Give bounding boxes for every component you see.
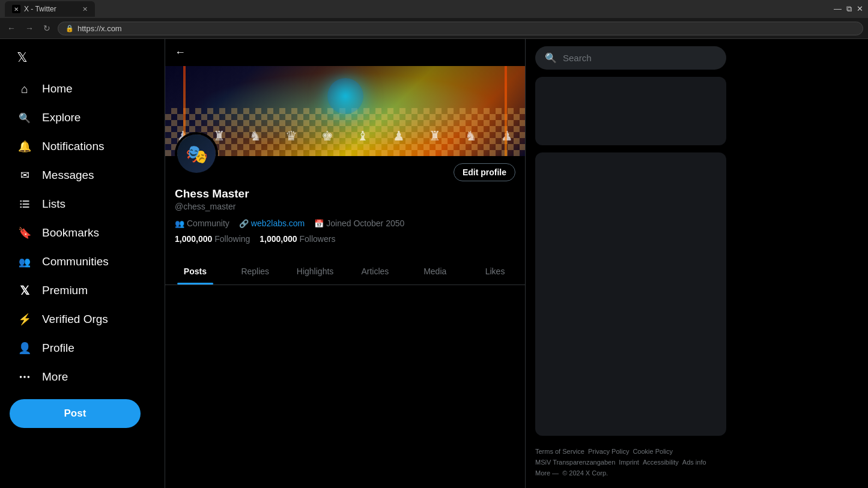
back-button[interactable]: ← (5, 22, 18, 34)
profile-tabs: Posts Replies Highlights Articles Media … (165, 258, 525, 285)
premium-icon: 𝕏 (17, 283, 32, 298)
community-icon: 👥 (175, 219, 184, 228)
profile-name-area: Chess Master @chess_master (175, 187, 515, 211)
tab-likes[interactable]: Likes (465, 258, 525, 285)
footer-cookie[interactable]: Cookie Policy (633, 448, 673, 455)
footer-links: Terms of Service Privacy Policy Cookie P… (535, 443, 726, 481)
right-card-2 (535, 152, 726, 436)
avatar-image: 🎭 (177, 134, 216, 173)
sidebar-label-communities: Communities (42, 255, 109, 268)
center-content: ← ♟♜♞♛♚♝♟♜♞♟ 🎭 Edit profile (165, 39, 526, 488)
svg-point-7 (23, 376, 26, 378)
tab-media[interactable]: Media (405, 258, 465, 285)
followers-stat[interactable]: 1,000,000 Followers (259, 234, 335, 244)
forward-button[interactable]: → (23, 22, 36, 34)
footer-privacy[interactable]: Privacy Policy (588, 448, 629, 455)
bell-icon: 🔔 (17, 139, 32, 154)
minimize-button[interactable]: — (834, 4, 842, 14)
tab-posts[interactable]: Posts (165, 258, 225, 285)
tab-articles[interactable]: Articles (345, 258, 405, 285)
followers-label: Followers (300, 234, 336, 244)
following-label: Following (214, 234, 250, 244)
footer-imprint[interactable]: Imprint (619, 459, 639, 466)
sidebar-item-profile[interactable]: 👤 Profile (10, 334, 155, 362)
tab-highlights[interactable]: Highlights (285, 258, 345, 285)
more-icon (17, 369, 32, 385)
sidebar-item-bookmarks[interactable]: 🔖 Bookmarks (10, 219, 155, 247)
sidebar-label-premium: Premium (42, 284, 88, 297)
svg-rect-0 (20, 200, 22, 202)
svg-rect-4 (20, 206, 22, 208)
display-name: Chess Master (175, 187, 515, 200)
footer-terms[interactable]: Terms of Service (535, 448, 584, 455)
secure-icon: 🔒 (65, 25, 74, 32)
sidebar-item-messages[interactable]: ✉ Messages (10, 161, 155, 189)
meta-community: 👥 Community (175, 218, 229, 228)
sidebar-item-explore[interactable]: 🔍 Explore (10, 104, 155, 131)
list-icon (17, 196, 32, 212)
profile-icon: 👤 (17, 340, 32, 356)
url-input[interactable]: 🔒 https://x.com (58, 22, 863, 35)
sidebar-item-notifications[interactable]: 🔔 Notifications (10, 133, 155, 160)
profile-meta: 👥 Community 🔗 web2labs.com 📅 Joined Octo… (175, 218, 515, 228)
footer-msiv[interactable]: MSiV Transparenzangaben (535, 459, 615, 466)
search-box[interactable]: 🔍 Search (535, 46, 726, 70)
sidebar-item-home[interactable]: ⌂ Home (10, 75, 155, 103)
footer-more[interactable]: More — (535, 469, 559, 477)
following-stat[interactable]: 1,000,000 Following (175, 234, 250, 244)
banner-glow-effect (327, 78, 363, 114)
sidebar-item-more[interactable]: More (10, 363, 155, 391)
sidebar-item-communities[interactable]: 👥 Communities (10, 248, 155, 276)
link-icon: 🔗 (239, 219, 249, 228)
meta-website-text: web2labs.com (251, 218, 305, 228)
right-sidebar: 🔍 Search Terms of Service Privacy Policy… (526, 39, 736, 488)
tab-replies[interactable]: Replies (225, 258, 285, 285)
window-controls: — ⧉ ✕ (834, 4, 863, 14)
sidebar-item-verified-orgs[interactable]: ⚡ Verified Orgs (10, 306, 155, 333)
sidebar-label-home: Home (42, 82, 73, 95)
svg-point-6 (20, 376, 22, 378)
profile-banner: ♟♜♞♛♚♝♟♜♞♟ (165, 66, 525, 156)
sidebar-item-lists[interactable]: Lists (10, 190, 155, 218)
chess-pieces-decoration: ♟♜♞♛♚♝♟♜♞♟ (165, 128, 525, 144)
meta-website[interactable]: 🔗 web2labs.com (239, 218, 305, 228)
svg-rect-3 (23, 203, 29, 205)
footer-accessibility[interactable]: Accessibility (643, 459, 679, 466)
refresh-button[interactable]: ↻ (41, 22, 53, 34)
search-icon: 🔍 (17, 110, 32, 125)
svg-rect-1 (23, 200, 29, 202)
profile-info-area: 🎭 Edit profile Chess Master @chess_maste… (165, 156, 525, 251)
right-card-1 (535, 77, 726, 145)
tab-title: X - Twitter (24, 5, 56, 13)
svg-point-8 (28, 376, 30, 378)
sidebar-logo: 𝕏 (10, 44, 155, 71)
search-icon: 🔍 (545, 52, 557, 64)
footer-copyright: © 2024 X Corp. (562, 469, 608, 477)
sidebar-label-lists: Lists (42, 197, 65, 211)
sidebar: 𝕏 ⌂ Home 🔍 Explore 🔔 Notifications ✉ Mes… (0, 39, 165, 488)
app-layout: 𝕏 ⌂ Home 🔍 Explore 🔔 Notifications ✉ Mes… (0, 39, 868, 488)
edit-profile-button[interactable]: Edit profile (454, 163, 515, 181)
sidebar-item-premium[interactable]: 𝕏 Premium (10, 277, 155, 304)
sidebar-label-bookmarks: Bookmarks (42, 226, 99, 239)
tab-close-button[interactable]: ✕ (82, 5, 88, 13)
browser-chrome: ✕ X - Twitter ✕ — ⧉ ✕ ← → ↻ 🔒 https://x.… (0, 0, 868, 39)
search-placeholder: Search (563, 53, 592, 63)
meta-joined-text: Joined October 2050 (326, 218, 404, 228)
avatar-wrapper: 🎭 (175, 132, 218, 175)
post-button[interactable]: Post (10, 399, 141, 428)
tab-favicon: ✕ (12, 5, 20, 13)
back-arrow-button[interactable]: ← (165, 39, 525, 66)
footer-ads[interactable]: Ads info (682, 459, 706, 466)
following-count: 1,000,000 (175, 234, 212, 244)
posts-area (165, 285, 525, 465)
sidebar-label-explore: Explore (42, 111, 80, 124)
svg-rect-5 (23, 206, 29, 208)
browser-tab[interactable]: ✕ X - Twitter ✕ (5, 1, 95, 17)
maximize-button[interactable]: ⧉ (846, 4, 852, 14)
mail-icon: ✉ (17, 167, 32, 183)
close-button[interactable]: ✕ (857, 4, 863, 14)
pillar-right (505, 66, 507, 156)
meta-community-text: Community (187, 218, 229, 228)
url-text: https://x.com (77, 24, 122, 33)
